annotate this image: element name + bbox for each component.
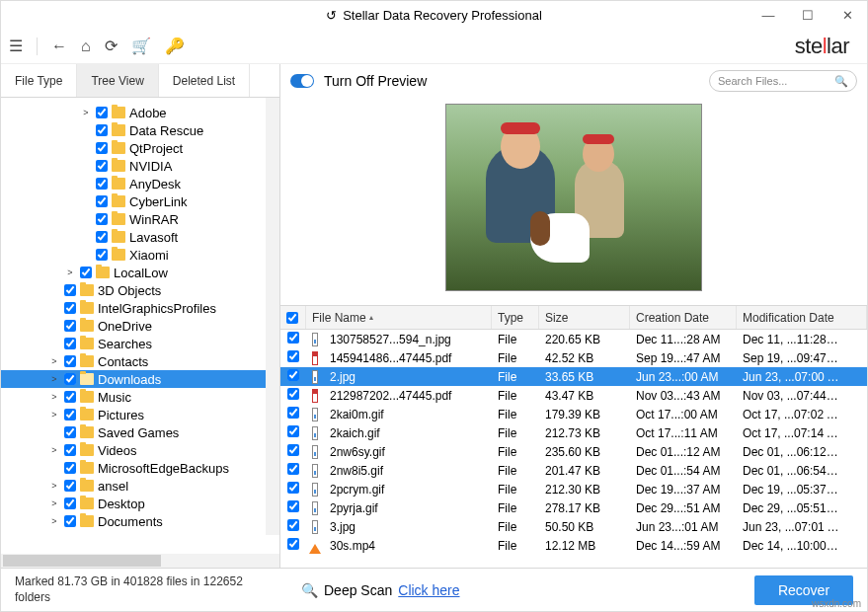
close-button[interactable]: ✕ xyxy=(828,1,867,29)
node-checkbox[interactable] xyxy=(64,284,76,296)
tree-node[interactable]: CyberLink xyxy=(1,192,279,210)
node-checkbox[interactable] xyxy=(64,515,76,527)
tree-node[interactable]: Searches xyxy=(1,335,279,352)
tree-node[interactable]: Xiaomi xyxy=(1,246,279,264)
tree-node[interactable]: MicrosoftEdgeBackups xyxy=(1,459,279,477)
node-checkbox[interactable] xyxy=(96,142,108,154)
expand-icon[interactable]: > xyxy=(48,356,60,366)
expand-icon[interactable]: > xyxy=(48,498,60,508)
expand-icon[interactable]: > xyxy=(48,516,60,526)
expand-icon[interactable]: > xyxy=(48,481,60,491)
node-checkbox[interactable] xyxy=(64,338,76,349)
expand-icon[interactable]: > xyxy=(48,445,60,455)
node-checkbox[interactable] xyxy=(64,444,76,456)
row-checkbox[interactable] xyxy=(287,332,299,344)
tree-node[interactable]: Saved Games xyxy=(1,423,279,441)
table-row[interactable]: 2pcrym.gifFile212.30 KBDec 19...:37 AMDe… xyxy=(280,480,867,498)
tree-node[interactable]: OneDrive xyxy=(1,317,279,335)
tree-node[interactable]: >ansel xyxy=(1,477,279,495)
table-row[interactable]: 145941486...47445.pdfFile42.52 KBSep 19.… xyxy=(280,348,867,367)
table-row[interactable]: 2.jpgFile33.65 KBJun 23...:00 AMJun 23, … xyxy=(280,367,867,386)
node-checkbox[interactable] xyxy=(96,160,108,172)
back-icon[interactable]: ← xyxy=(51,38,67,55)
col-filename[interactable]: File Name xyxy=(306,306,492,329)
node-checkbox[interactable] xyxy=(64,480,76,492)
tree-node[interactable]: >Adobe xyxy=(1,104,279,121)
row-checkbox[interactable] xyxy=(287,350,299,362)
expand-icon[interactable]: > xyxy=(80,108,92,117)
tree-node[interactable]: >Desktop xyxy=(1,495,279,512)
node-checkbox[interactable] xyxy=(96,107,108,118)
tab-deleted-list[interactable]: Deleted List xyxy=(159,64,250,97)
search-input[interactable]: Search Files... 🔍 xyxy=(709,70,857,92)
col-mdate[interactable]: Modification Date xyxy=(737,306,867,329)
node-checkbox[interactable] xyxy=(64,426,76,438)
header-checkbox[interactable] xyxy=(280,306,306,329)
row-checkbox[interactable] xyxy=(287,388,299,400)
table-row[interactable]: 2kai0m.gifFile179.39 KBOct 17...:00 AMOc… xyxy=(280,405,867,423)
tree-node[interactable]: Lavasoft xyxy=(1,228,279,246)
table-row[interactable]: 130758527...594_n.jpgFile220.65 KBDec 11… xyxy=(280,330,867,348)
node-checkbox[interactable] xyxy=(96,124,108,136)
row-checkbox[interactable] xyxy=(287,538,299,550)
table-row[interactable]: 30s.mp4File12.12 MBDec 14...:59 AMDec 14… xyxy=(280,536,867,555)
tree-vscrollbar[interactable] xyxy=(266,98,279,535)
tree-node[interactable]: >Music xyxy=(1,388,279,406)
tree-node[interactable]: QtProject xyxy=(1,139,279,157)
expand-icon[interactable]: > xyxy=(48,410,60,420)
node-checkbox[interactable] xyxy=(64,391,76,403)
table-row[interactable]: 2pyrja.gifFile278.17 KBDec 29...:51 AMDe… xyxy=(280,498,867,517)
cart-icon[interactable]: 🛒 xyxy=(131,37,151,55)
home-icon[interactable]: ⌂ xyxy=(81,38,91,55)
tree-node[interactable]: WinRAR xyxy=(1,210,279,228)
tree-node[interactable]: NVIDIA xyxy=(1,157,279,175)
table-row[interactable]: 3.jpgFile50.50 KBJun 23...:01 AMJun 23, … xyxy=(280,517,867,536)
tab-file-type[interactable]: File Type xyxy=(1,64,77,97)
preview-toggle[interactable] xyxy=(290,74,314,88)
expand-icon[interactable]: > xyxy=(48,374,60,384)
row-checkbox[interactable] xyxy=(287,407,299,419)
col-type[interactable]: Type xyxy=(492,306,539,329)
tab-tree-view[interactable]: Tree View xyxy=(77,64,158,97)
tree-node[interactable]: 3D Objects xyxy=(1,281,279,299)
row-checkbox[interactable] xyxy=(287,369,299,381)
deep-scan-link[interactable]: Click here xyxy=(398,582,459,598)
node-checkbox[interactable] xyxy=(80,267,92,278)
node-checkbox[interactable] xyxy=(64,497,76,509)
row-checkbox[interactable] xyxy=(287,519,299,531)
expand-icon[interactable]: > xyxy=(48,392,60,402)
tree-node[interactable]: >Videos xyxy=(1,441,279,459)
row-checkbox[interactable] xyxy=(287,482,299,494)
node-checkbox[interactable] xyxy=(64,409,76,421)
node-checkbox[interactable] xyxy=(96,195,108,207)
tree-hscrollbar[interactable] xyxy=(1,554,279,568)
tree-node[interactable]: >Documents xyxy=(1,512,279,530)
row-checkbox[interactable] xyxy=(287,463,299,475)
col-size[interactable]: Size xyxy=(539,306,630,329)
node-checkbox[interactable] xyxy=(96,249,108,261)
tree-node[interactable]: AnyDesk xyxy=(1,175,279,192)
table-row[interactable]: 212987202...47445.pdfFile43.47 KBNov 03.… xyxy=(280,386,867,405)
key-icon[interactable]: 🔑 xyxy=(165,37,185,55)
maximize-button[interactable]: ☐ xyxy=(788,1,828,29)
node-checkbox[interactable] xyxy=(64,355,76,367)
table-row[interactable]: 2nw6sy.gifFile235.60 KBDec 01...:12 AMDe… xyxy=(280,442,867,461)
expand-icon[interactable]: > xyxy=(64,268,76,277)
node-checkbox[interactable] xyxy=(64,462,76,474)
node-checkbox[interactable] xyxy=(64,302,76,314)
col-cdate[interactable]: Creation Date xyxy=(630,306,737,329)
folder-tree[interactable]: >AdobeData RescueQtProjectNVIDIAAnyDeskC… xyxy=(1,98,279,554)
row-checkbox[interactable] xyxy=(287,425,299,437)
node-checkbox[interactable] xyxy=(96,231,108,243)
menu-icon[interactable]: ☰ xyxy=(9,37,23,55)
tree-node[interactable]: >LocalLow xyxy=(1,264,279,281)
tree-node[interactable]: >Downloads xyxy=(1,370,279,388)
refresh-icon[interactable]: ⟳ xyxy=(105,37,118,55)
tree-node[interactable]: >Contacts xyxy=(1,352,279,370)
row-checkbox[interactable] xyxy=(287,500,299,512)
node-checkbox[interactable] xyxy=(64,373,76,385)
row-checkbox[interactable] xyxy=(287,444,299,456)
node-checkbox[interactable] xyxy=(96,178,108,190)
table-row[interactable]: 2kaich.gifFile212.73 KBOct 17...:11 AMOc… xyxy=(280,423,867,442)
node-checkbox[interactable] xyxy=(96,213,108,225)
